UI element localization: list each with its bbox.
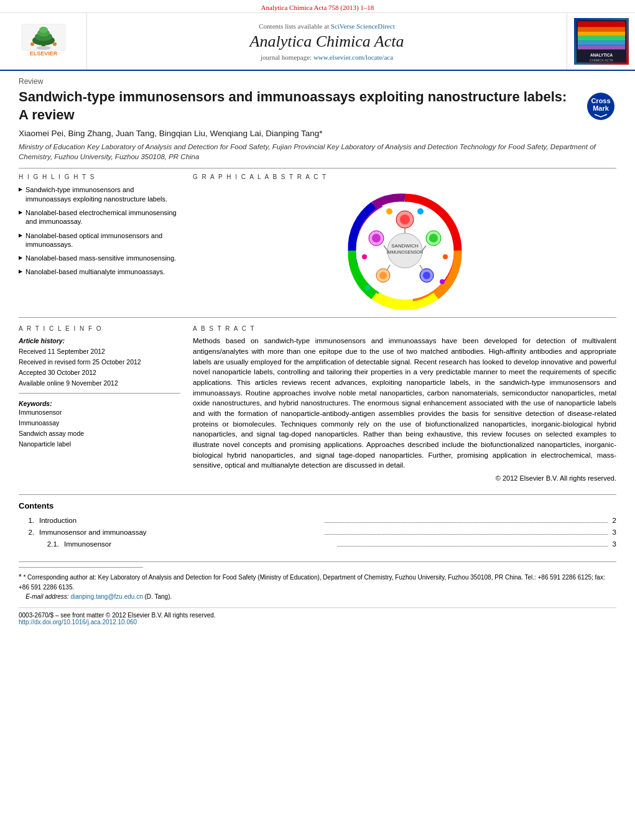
contents-page-2-1: 3 [613,539,616,549]
divider-keywords [19,393,180,394]
aca-logo-icon: ANALYTICA CHIMICA ACTA [577,18,626,65]
svg-text:IMMUNOSENSOR: IMMUNOSENSOR [386,250,423,254]
footnote-area: * * Corresponding author at: Key Laborat… [19,561,616,601]
sciverse-link[interactable]: SciVerse ScienceDirect [331,22,395,30]
svg-rect-15 [577,36,624,40]
authors: Xiaomei Pei, Bing Zhang, Juan Tang, Bing… [19,129,616,138]
doi-line: http://dx.doi.org/10.1016/j.aca.2012.10.… [19,619,616,625]
main-content: Review Sandwich-type immunosensors and i… [0,71,635,632]
keywords-section: Keywords: Immunosensor Immunoassay Sandw… [19,400,180,449]
aca-logo: ANALYTICA CHIMICA ACTA [574,18,629,65]
abstract-heading: A B S T R A C T [193,325,616,332]
svg-text:SANDWICH: SANDWICH [391,243,419,249]
keywords-label: Keywords: [19,400,180,407]
article-info-abstract-section: A R T I C L E I N F O Article history: R… [19,325,616,482]
sciverse-notice: Contents lists available at SciVerse Sci… [259,22,394,30]
svg-point-36 [400,215,410,224]
elsevier-logo-container: ELSEVIER [0,13,87,70]
highlight-item-1: Sandwich-type immunosensors and immunoas… [19,185,180,203]
contents-dots-1 [325,522,608,523]
svg-point-44 [372,234,381,242]
divider-2 [19,317,616,318]
contents-page-2: 3 [613,527,616,537]
svg-text:Cross: Cross [591,97,610,104]
svg-point-52 [443,254,448,259]
svg-rect-14 [577,32,624,36]
svg-point-51 [417,208,424,215]
contents-title-2: Immunosensor and immunoassay [39,527,322,537]
article-info-heading: A R T I C L E I N F O [19,325,180,332]
svg-rect-12 [577,21,624,27]
crossmark-icon[interactable]: Cross Mark [585,91,616,122]
footnote-email: E-mail address: dianping.tang@fzu.edu.cn… [19,592,616,601]
graphical-abstract-heading: G R A P H I C A L A B S T R A C T [193,173,616,180]
keyword-2: Immunoassay [19,418,180,428]
journal-homepage: journal homepage: www.elsevier.com/locat… [261,53,393,61]
journal-header: ELSEVIER Contents lists available at Sci… [0,13,635,71]
email-suffix: (D. Tang). [143,593,172,600]
svg-point-40 [423,272,430,279]
abstract-text: Methods based on sandwich-type immunosen… [193,336,616,471]
journal-title: Analytica Chimica Acta [250,32,404,51]
svg-point-54 [440,279,445,284]
contents-page-1: 2 [613,515,616,525]
received-date: Received 11 September 2012 [19,346,180,357]
issn-line: 0003-2670/$ – see front matter © 2012 El… [19,612,616,619]
keyword-4: Nanoparticle label [19,439,180,450]
footnote-star-text: * Corresponding author at: Key Laborator… [19,574,605,591]
svg-text:ELSEVIER: ELSEVIER [29,50,57,57]
svg-point-50 [386,208,392,215]
accepted-date: Accepted 30 October 2012 [19,367,180,378]
section-label: Review [19,77,616,86]
contents-title-1: Introduction [39,515,322,525]
revised-date: Received in revised form 25 October 2012 [19,357,180,367]
article-info-column: A R T I C L E I N F O Article history: R… [19,325,180,482]
title-area: Sandwich-type immunosensors and immunoas… [19,88,616,124]
svg-point-5 [39,27,48,33]
svg-point-38 [429,234,438,242]
elsevier-logo: ELSEVIER [19,23,68,60]
highlights-list: Sandwich-type immunosensors and immunoas… [19,185,180,276]
svg-rect-13 [577,27,624,31]
elsevier-tree-icon: ELSEVIER [19,23,68,57]
svg-point-7 [30,42,34,46]
graphical-abstract-svg: SANDWICH IMMUNOSENSOR [318,185,492,310]
graphical-abstract-image: SANDWICH IMMUNOSENSOR [193,185,616,312]
svg-point-6 [36,46,51,50]
highlights-heading: H I G H L I G H T S [19,173,180,180]
highlight-item-4: Nanolabel-based mass-sensitive immunosen… [19,254,180,262]
contents-num-2-1: 2.1. [37,539,59,549]
email-link[interactable]: dianping.tang@fzu.edu.cn [70,593,142,600]
contents-list: 1. Introduction 2 2. Immunosensor and im… [19,515,616,549]
article-title: Sandwich-type immunosensors and immunoas… [19,88,579,124]
journal-title-area: Contents lists available at SciVerse Sci… [87,13,567,70]
highlights-column: H I G H L I G H T S Sandwich-type immuno… [19,173,180,312]
contents-section: Contents 1. Introduction 2 2. Immunosens… [19,494,616,549]
svg-text:ANALYTICA: ANALYTICA [590,53,613,58]
contents-num-1: 1. [19,515,34,525]
footnote-text: * * Corresponding author at: Key Laborat… [19,571,616,592]
available-date: Available online 9 November 2012 [19,378,180,389]
article-history: Article history: Received 11 September 2… [19,336,180,388]
bottom-bar: 0003-2670/$ – see front matter © 2012 El… [19,607,616,625]
contents-item-1: 1. Introduction 2 [19,515,616,525]
contents-heading: Contents [19,501,616,510]
graphical-abstract-column: G R A P H I C A L A B S T R A C T [193,173,616,312]
contents-item-2-1: 2.1. Immunosensor 3 [19,539,616,549]
svg-rect-16 [577,40,624,45]
journal-homepage-link[interactable]: www.elsevier.com/locate/aca [313,53,393,61]
journal-citation: Analytica Chimica Acta 758 (2013) 1–18 [261,4,374,11]
svg-rect-17 [577,45,624,49]
highlight-item-2: Nanolabel-based electrochemical immunose… [19,208,180,226]
keyword-3: Sandwich assay mode [19,428,180,439]
contents-dots-2-1 [337,546,608,547]
footnote-star: * [19,573,22,581]
journal-logo-right: ANALYTICA CHIMICA ACTA [567,13,635,70]
history-label: Article history: [19,336,180,346]
svg-text:CHIMICA ACTA: CHIMICA ACTA [590,58,613,62]
svg-point-53 [365,285,370,290]
doi-link[interactable]: http://dx.doi.org/10.1016/j.aca.2012.10.… [19,619,137,625]
divider-1 [19,168,616,168]
highlight-item-5: Nanolabel-based multianalyte immunoassay… [19,267,180,276]
contents-item-2: 2. Immunosensor and immunoassay 3 [19,527,616,537]
